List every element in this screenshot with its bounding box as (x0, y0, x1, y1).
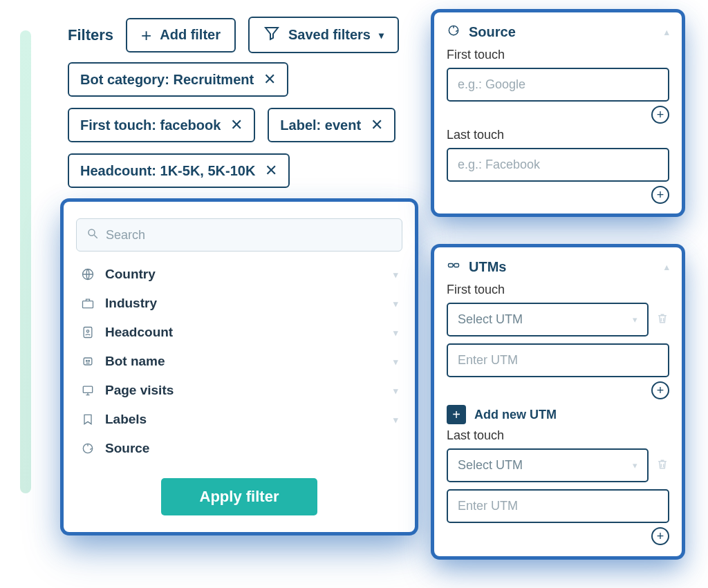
panel-title: Source (469, 24, 516, 40)
source-icon (447, 23, 460, 41)
chevron-up-icon[interactable]: ▴ (664, 27, 669, 37)
last-touch-source-input[interactable]: e.g.: Facebook (447, 148, 669, 182)
filter-item-label: Bot name (105, 354, 165, 369)
panel-title: UTMs (469, 259, 506, 275)
source-panel: Source ▴ First touch e.g.: Google + Last… (434, 12, 682, 214)
chevron-down-icon: ▾ (393, 328, 398, 338)
chevron-down-icon: ▾ (393, 386, 398, 396)
svg-rect-13 (454, 264, 459, 267)
filter-search-box[interactable] (76, 218, 402, 252)
utms-panel: UTMs ▴ First touch Select UTM ▾ Enter UT… (434, 247, 682, 556)
saved-filters-label: Saved filters (288, 27, 371, 43)
filter-chip[interactable]: Bot category: Recruitment ✕ (68, 62, 288, 97)
filter-item-source[interactable]: Source (76, 434, 402, 463)
first-touch-source-input[interactable]: e.g.: Google (447, 68, 669, 102)
add-first-touch-utm-button[interactable]: + (651, 381, 669, 399)
trash-icon[interactable] (655, 312, 669, 328)
filter-item-label: Page visits (105, 383, 174, 398)
briefcase-icon (80, 296, 95, 310)
add-filter-label: Add filter (160, 27, 221, 43)
add-first-touch-source-button[interactable]: + (651, 106, 669, 124)
filter-chip-text: Headcount: 1K-5K, 5K-10K (80, 163, 255, 179)
active-filter-chips: Bot category: Recruitment ✕ First touch:… (68, 62, 395, 188)
filter-item-label: Industry (105, 296, 157, 311)
close-icon[interactable]: ✕ (371, 116, 383, 134)
utm-last-touch-label: Last touch (447, 428, 669, 443)
chevron-down-icon: ▾ (633, 314, 637, 325)
svg-line-1 (94, 235, 97, 238)
filter-chip[interactable]: Label: event ✕ (268, 108, 395, 142)
add-new-utm-label: Add new UTM (474, 408, 557, 422)
filters-title: Filters (68, 26, 113, 44)
filter-chip-text: Bot category: Recruitment (80, 72, 254, 88)
saved-filters-button[interactable]: Saved filters ▾ (248, 17, 399, 53)
chevron-down-icon: ▾ (393, 298, 398, 309)
add-last-touch-source-button[interactable]: + (651, 186, 669, 204)
last-touch-utm-select[interactable]: Select UTM ▾ (447, 448, 649, 482)
utm-first-touch-label: First touch (447, 283, 669, 297)
plus-icon: + (141, 26, 151, 44)
filter-chip[interactable]: Headcount: 1K-5K, 5K-10K ✕ (68, 153, 290, 188)
filter-item-page-visits[interactable]: Page visits ▾ (76, 376, 402, 405)
add-new-utm-button[interactable]: + Add new UTM (447, 405, 669, 424)
funnel-icon (263, 25, 280, 45)
chevron-down-icon: ▾ (393, 415, 398, 425)
close-icon[interactable]: ✕ (265, 162, 277, 180)
filter-item-bot-name[interactable]: Bot name ▾ (76, 347, 402, 376)
decorative-sidebar-bar (20, 30, 31, 493)
svg-rect-3 (83, 301, 93, 308)
close-icon[interactable]: ✕ (263, 70, 276, 88)
chevron-down-icon: ▾ (393, 357, 398, 367)
search-input[interactable] (106, 228, 392, 243)
filter-chip-text: Label: event (280, 117, 361, 133)
svg-point-8 (88, 360, 90, 361)
close-icon[interactable]: ✕ (230, 116, 243, 134)
bot-icon (80, 354, 95, 368)
monitor-icon (80, 383, 95, 397)
filter-item-country[interactable]: Country ▾ (76, 260, 402, 289)
search-icon (86, 227, 99, 243)
chevron-up-icon[interactable]: ▴ (664, 262, 669, 272)
utms-panel-header[interactable]: UTMs ▴ (447, 258, 669, 276)
filter-chip-text: First touch: facebook (80, 117, 221, 133)
source-panel-header[interactable]: Source ▴ (447, 23, 669, 41)
person-badge-icon (80, 325, 95, 339)
svg-rect-12 (449, 264, 454, 267)
filter-item-label: Source (105, 441, 149, 456)
svg-point-0 (88, 229, 95, 236)
last-touch-utm-input[interactable]: Enter UTM (447, 489, 669, 523)
source-icon (80, 442, 95, 455)
plus-icon: + (447, 405, 466, 424)
filter-item-headcount[interactable]: Headcount ▾ (76, 318, 402, 347)
bookmark-icon (80, 412, 95, 426)
filter-chip[interactable]: First touch: facebook ✕ (68, 108, 255, 142)
select-placeholder: Select UTM (458, 458, 523, 473)
chevron-down-icon: ▾ (633, 460, 637, 471)
globe-icon (80, 267, 95, 281)
add-last-touch-utm-button[interactable]: + (651, 527, 669, 545)
filter-item-industry[interactable]: Industry ▾ (76, 289, 402, 318)
trash-icon[interactable] (655, 457, 669, 474)
svg-rect-9 (83, 386, 92, 392)
last-touch-label: Last touch (447, 128, 669, 142)
chevron-down-icon: ▾ (393, 269, 398, 280)
filters-header: Filters + Add filter Saved filters ▾ (68, 17, 399, 53)
filter-item-label: Labels (105, 412, 147, 427)
first-touch-label: First touch (447, 48, 669, 62)
filter-selection-panel: Country ▾ Industry ▾ Headcount ▾ Bot nam… (64, 202, 415, 532)
select-placeholder: Select UTM (458, 312, 523, 327)
first-touch-utm-select[interactable]: Select UTM ▾ (447, 303, 649, 336)
add-filter-button[interactable]: + Add filter (126, 18, 236, 53)
svg-point-5 (86, 330, 88, 332)
filter-category-list: Country ▾ Industry ▾ Headcount ▾ Bot nam… (76, 260, 402, 463)
first-touch-utm-input[interactable]: Enter UTM (447, 343, 669, 377)
utm-icon (447, 258, 460, 276)
apply-filter-button[interactable]: Apply filter (161, 478, 318, 515)
filter-item-label: Country (105, 267, 156, 282)
chevron-down-icon: ▾ (379, 30, 384, 41)
filter-item-labels[interactable]: Labels ▾ (76, 405, 402, 434)
svg-point-7 (86, 360, 88, 361)
svg-rect-6 (84, 358, 92, 365)
filter-item-label: Headcount (105, 325, 173, 340)
